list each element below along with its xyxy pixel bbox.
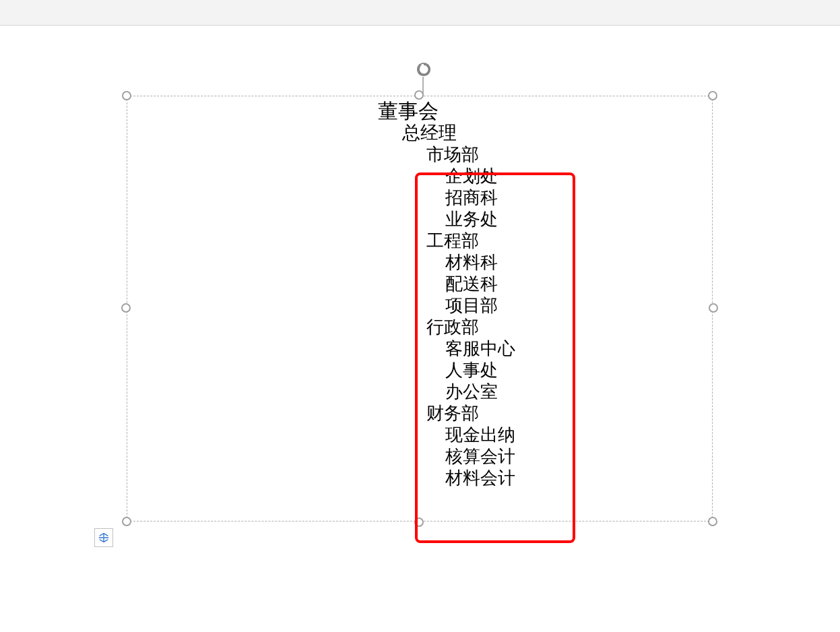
outline-dept[interactable]: 财务部 (378, 402, 515, 424)
outline-dept[interactable]: 市场部 (378, 144, 515, 165)
org-outline-text[interactable]: 董事会 总经理 市场部 企划处 招商科 业务处 工程部 材料科 配送科 项目部 … (378, 100, 515, 488)
watermark-suffix: 经验 (763, 563, 820, 600)
outline-child[interactable]: 办公室 (378, 381, 515, 402)
outline-child[interactable]: 企划处 (378, 165, 515, 187)
rotate-handle[interactable] (416, 62, 431, 77)
watermark-url: jingyan.baidu.com (678, 598, 820, 612)
watermark: Bai 经验 jingyan.baidu.com (678, 563, 820, 612)
outline-level-0[interactable]: 董事会 (378, 100, 515, 122)
resize-handle-top-center[interactable] (414, 90, 424, 100)
outline-child[interactable]: 人事处 (378, 359, 515, 381)
document-canvas[interactable]: 董事会 总经理 市场部 企划处 招商科 业务处 工程部 材料科 配送科 项目部 … (0, 26, 840, 632)
layout-options-button[interactable] (94, 528, 113, 547)
resize-handle-top-left[interactable] (122, 91, 131, 100)
outline-child[interactable]: 现金出纳 (378, 424, 515, 445)
resize-handle-bottom-left[interactable] (122, 517, 131, 526)
outline-child[interactable]: 项目部 (378, 294, 515, 316)
resize-handle-top-right[interactable] (708, 91, 717, 100)
resize-handle-middle-left[interactable] (121, 303, 131, 313)
resize-handle-bottom-center[interactable] (414, 517, 424, 527)
ribbon-placeholder (0, 0, 840, 26)
outline-child[interactable]: 材料科 (378, 251, 515, 273)
resize-handle-middle-right[interactable] (709, 303, 718, 313)
outline-dept[interactable]: 行政部 (378, 316, 515, 338)
resize-handle-bottom-right[interactable] (708, 517, 717, 526)
outline-dept[interactable]: 工程部 (378, 230, 515, 251)
paw-icon (725, 568, 759, 595)
outline-child[interactable]: 客服中心 (378, 338, 515, 359)
outline-child[interactable]: 材料会计 (378, 467, 515, 488)
outline-child[interactable]: 核算会计 (378, 445, 515, 467)
outline-child[interactable]: 招商科 (378, 187, 515, 208)
smartart-selection-box[interactable]: 董事会 总经理 市场部 企划处 招商科 业务处 工程部 材料科 配送科 项目部 … (127, 96, 713, 522)
outline-child[interactable]: 业务处 (378, 208, 515, 230)
outline-level-1[interactable]: 总经理 (378, 122, 515, 144)
outline-child[interactable]: 配送科 (378, 273, 515, 294)
watermark-brand: Bai (678, 565, 721, 598)
